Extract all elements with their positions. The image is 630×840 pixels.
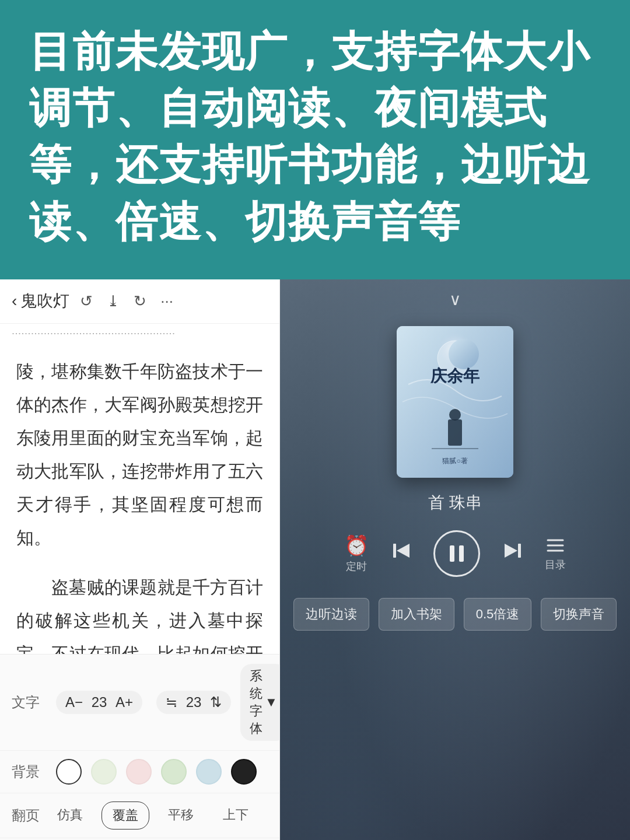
undo-icon[interactable]: ↺ [76,290,96,313]
svg-text:庆余年: 庆余年 [430,366,480,385]
svg-marker-13 [505,544,517,558]
page-option-scroll[interactable]: 上下 [212,802,259,830]
bg-color-light-green[interactable] [91,759,117,785]
nav-bar: ‹ 鬼吹灯 ↺ ⤓ ↻ ··· [0,279,279,324]
svg-rect-14 [518,544,521,558]
font-type-label: 系统字体 [250,667,262,737]
download-icon[interactable]: ⤓ [103,290,123,313]
svg-point-3 [449,339,479,369]
svg-text:猫腻○著: 猫腻○著 [442,457,467,465]
font-control: 文字 A− 23 A+ ≒ 23 ⇅ 系统字体 ▼ [0,654,279,751]
header-title: 目前未发现广，支持字体大小调节、自动阅读、夜间模式等，还支持听书功能，边听边读、… [29,23,601,250]
bg-color-green[interactable] [161,759,187,785]
svg-rect-12 [459,545,464,562]
svg-rect-11 [450,545,454,562]
back-button[interactable]: ‹ 鬼吹灯 [12,290,69,312]
timer-icon: ⏰ [344,534,369,557]
header-banner: 目前未发现广，支持字体大小调节、自动阅读、夜间模式等，还支持听书功能，边听边读、… [0,0,630,279]
line-height-group: ≒ 23 ⇅ [156,691,231,714]
more-icon[interactable]: ··· [157,290,177,313]
page-label: 翻页 [12,806,47,825]
bg-color-white[interactable] [56,759,82,785]
font-size-group: A− 23 A+ [56,691,142,714]
playlist-button[interactable]: 目录 [545,536,566,572]
bottom-controls: 文字 A− 23 A+ ≒ 23 ⇅ 系统字体 ▼ 背景 [0,654,279,840]
bg-color-light-pink[interactable] [126,759,152,785]
main-content: ‹ 鬼吹灯 ↺ ⤓ ↻ ··· ························… [0,279,630,840]
book-cover-svg: 庆余年 猫腻○著 [397,326,513,478]
book-cover: 庆余年 猫腻○著 [397,326,513,478]
back-arrow-icon: ‹ [12,292,17,310]
listen-read-button[interactable]: 边听边读 [293,598,369,631]
reading-content: 陵，堪称集数千年防盗技术于一体的杰作，大军阀孙殿英想挖开东陵用里面的财宝充当军饷… [0,343,279,654]
font-type-arrow-icon: ▼ [265,695,278,710]
reading-paragraph-1: 陵，堪称集数千年防盗技术于一体的杰作，大军阀孙殿英想挖开东陵用里面的财宝充当军饷… [16,355,263,554]
line-height-icon: ≒ [166,694,177,710]
page-option-slide[interactable]: 平移 [158,802,204,830]
timer-button[interactable]: ⏰ 定时 [344,534,369,573]
bg-color-dark[interactable] [231,759,257,785]
audio-controls: ⏰ 定时 [344,530,566,577]
svg-rect-5 [448,419,462,446]
page-option-overlay[interactable]: 覆盖 [102,802,149,830]
svg-rect-9 [393,544,396,558]
speed-button[interactable]: 0.5倍速 [464,598,532,631]
font-increase-button[interactable]: A+ [116,694,133,710]
right-panel: ∨ [280,279,630,840]
track-name: 首 珠串 [428,492,482,514]
page-control: 翻页 仿真 覆盖 平移 上下 [0,793,279,838]
bg-color-light-blue[interactable] [196,759,222,785]
play-pause-button[interactable] [433,530,480,577]
bg-label: 背景 [12,762,47,781]
reading-paragraph-2: 盗墓贼的课题就是千方百计的破解这些机关，进入墓中探宝。不过在现代，比起如何挖开古… [16,570,263,654]
prev-button[interactable] [391,540,412,566]
playlist-icon [545,536,565,555]
line-height-value: 23 [183,694,204,710]
add-shelf-button[interactable]: 加入书架 [379,598,454,631]
background-control: 背景 [0,751,279,793]
font-size-value: 23 [89,694,110,710]
nav-subtitle: ········································… [0,324,279,343]
page-options: 仿真 覆盖 平移 上下 [47,802,259,830]
font-label: 文字 [12,693,47,712]
audio-action-row: 边听边读 加入书架 0.5倍速 切换声音 [293,598,617,631]
svg-point-6 [449,409,461,421]
page-option-simulated[interactable]: 仿真 [47,802,93,830]
next-button[interactable] [502,540,523,566]
playlist-label: 目录 [545,558,566,572]
dropdown-button[interactable]: ∨ [449,290,461,309]
switch-voice-button[interactable]: 切换声音 [541,598,617,631]
line-height-adjust-icon: ⇅ [210,694,222,710]
book-title: 鬼吹灯 [20,290,69,312]
left-panel: ‹ 鬼吹灯 ↺ ⤓ ↻ ··· ························… [0,279,280,840]
svg-marker-10 [397,544,410,558]
font-decrease-button[interactable]: A− [65,694,83,710]
timer-label: 定时 [346,559,367,573]
refresh-icon[interactable]: ↻ [130,290,150,313]
